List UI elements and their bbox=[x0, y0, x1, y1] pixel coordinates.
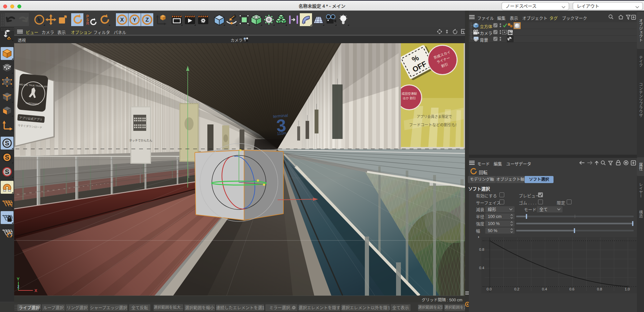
svg-text:Z: Z bbox=[146, 17, 149, 23]
svg-text:S: S bbox=[5, 140, 9, 147]
svg-text:R: R bbox=[86, 21, 89, 26]
svg-text:Y: Y bbox=[17, 277, 20, 281]
svg-text:S: S bbox=[5, 154, 9, 161]
svg-text:110m: 110m bbox=[277, 131, 287, 136]
svg-text:X: X bbox=[120, 17, 124, 23]
svg-text:ほか 割引: ほか 割引 bbox=[403, 96, 416, 100]
svg-text:Y: Y bbox=[133, 17, 137, 23]
svg-text:S: S bbox=[5, 168, 9, 175]
svg-text:アプリ会員さま限定で: アプリ会員さま限定で bbox=[417, 114, 452, 119]
svg-text:Z: Z bbox=[17, 285, 19, 289]
svg-text:フードコートなどの割引も!: フードコートなどの割引も! bbox=[409, 122, 456, 127]
svg-text:X: X bbox=[34, 288, 37, 293]
svg-text:成田空港駅: 成田空港駅 bbox=[402, 92, 417, 95]
svg-text:タッチでかんたん: タッチでかんたん bbox=[129, 139, 152, 142]
